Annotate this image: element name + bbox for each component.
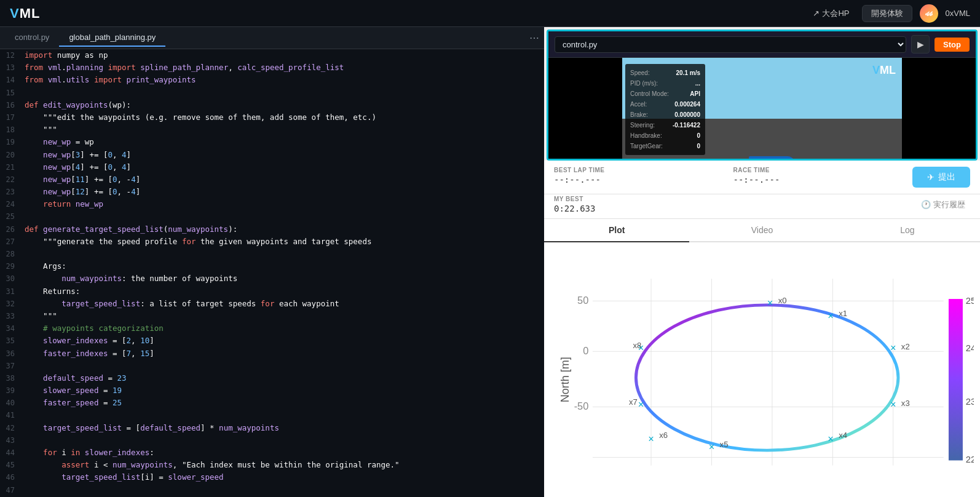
- wp-label-5: x5: [720, 440, 729, 449]
- avatar: 🏎: [920, 4, 938, 23]
- line-number: 15: [0, 87, 22, 99]
- tab-log[interactable]: Log: [835, 219, 980, 241]
- wp-label-4: x4: [839, 431, 847, 440]
- submit-button[interactable]: ✈ 提出: [912, 167, 970, 188]
- clock-icon: 🕐: [921, 200, 931, 209]
- nav-dev-btn[interactable]: 開発体験: [862, 5, 912, 22]
- line-number: 18: [0, 124, 22, 136]
- line-code: target_speed_list: a list of target spee…: [22, 298, 544, 310]
- code-line: 47: [0, 484, 544, 496]
- line-number: 20: [0, 149, 22, 161]
- race-time-value: --:--.---: [733, 175, 913, 185]
- wp-label-3: x3: [901, 399, 910, 408]
- best-lap-time-label: BEST LAP TIME: [554, 167, 733, 173]
- line-number: 38: [0, 372, 22, 384]
- line-code: assert i < num_waypoints, "Each index mu…: [22, 459, 544, 471]
- hud-steer-label: Steering:: [630, 120, 655, 130]
- code-editor-body[interactable]: 12import numpy as np13from vml.planning …: [0, 49, 544, 497]
- hud-accel-val: 0.000264: [674, 99, 700, 109]
- wp-label-1: x1: [839, 309, 847, 318]
- plot-area: North [m] 50 0 -50: [544, 242, 980, 497]
- tab-more-icon[interactable]: ⋯: [529, 32, 539, 44]
- line-code: [22, 434, 544, 447]
- y-axis-label: North [m]: [559, 357, 571, 402]
- hud-control-mode-val: API: [690, 89, 700, 99]
- line-number: 45: [0, 459, 22, 471]
- code-panel: control.py global_path_planning.py ⋯ 12i…: [0, 27, 544, 497]
- code-line: 27 """generate the speed profile for the…: [0, 236, 544, 248]
- hud-speed-val: 20.1 m/s: [676, 68, 700, 78]
- colorbar-22: 22: [966, 455, 974, 464]
- line-number: 39: [0, 384, 22, 397]
- code-line: 44 for i in slower_indexes:: [0, 447, 544, 459]
- wp-1: ×: [828, 310, 834, 321]
- hud-steer-val: -0.116422: [673, 120, 700, 130]
- code-line: 13from vml.planning import spline_path_p…: [0, 62, 544, 74]
- line-code: # waypoints categorization: [22, 322, 544, 335]
- line-code: [22, 87, 544, 99]
- code-line: 31 Returns:: [0, 285, 544, 298]
- nav-hp-label: 大会HP: [822, 8, 849, 19]
- tab-video[interactable]: Video: [689, 219, 834, 241]
- line-code: """generate the speed profile for the gi…: [22, 236, 544, 248]
- wp-label-7: x7: [629, 398, 638, 407]
- line-number: 13: [0, 62, 22, 74]
- stop-button[interactable]: Stop: [935, 38, 970, 52]
- code-line: 18 """: [0, 124, 544, 136]
- tab-control-py[interactable]: control.py: [5, 29, 59, 47]
- line-code: new_wp[4] += [0, 4]: [22, 161, 544, 173]
- colorbar-rect: [949, 299, 963, 460]
- colorbar-25: 25: [966, 296, 974, 306]
- line-code: """edit the waypoints (e.g. remove some …: [22, 111, 544, 124]
- hud-pid-val: ...: [695, 78, 700, 89]
- code-line: 35 slower_indexes = [2, 10]: [0, 335, 544, 347]
- history-button[interactable]: 🕐 実行履歴: [916, 197, 970, 213]
- code-line: 46 target_speed_list[i] = slower_speed: [0, 471, 544, 483]
- logo: VML: [10, 6, 40, 22]
- code-line: 20 new_wp[3] += [0, 4]: [0, 149, 544, 161]
- line-number: 14: [0, 74, 22, 86]
- line-code: new_wp[3] += [0, 4]: [22, 149, 544, 161]
- wp-3: ×: [890, 399, 896, 410]
- line-number: 28: [0, 248, 22, 260]
- line-number: 24: [0, 198, 22, 210]
- line-number: 12: [0, 49, 22, 62]
- wp-5: ×: [709, 441, 715, 452]
- line-code: [22, 360, 544, 372]
- tab-plot[interactable]: Plot: [544, 219, 689, 242]
- line-code: num_waypoints: the number of waypoints: [22, 272, 544, 285]
- sim-left-bar: [548, 58, 622, 161]
- line-code: Args:: [22, 260, 544, 272]
- line-code: """: [22, 310, 544, 322]
- hud-speed-label: Speed:: [630, 68, 650, 78]
- code-line: 15: [0, 87, 544, 99]
- line-number: 37: [0, 360, 22, 372]
- y-tick-50n: -50: [574, 401, 589, 412]
- line-code: return new_wp: [22, 198, 544, 210]
- code-line: 28: [0, 248, 544, 260]
- line-code: def generate_target_speed_list(num_waypo…: [22, 223, 544, 236]
- track-oval: [636, 305, 898, 450]
- wp-2: ×: [890, 343, 896, 354]
- simulator-container: control.py ▶ Stop Speed:20.1 m/s PID (m/…: [547, 30, 978, 161]
- line-number: 17: [0, 111, 22, 124]
- line-number: 27: [0, 236, 22, 248]
- line-code: new_wp = wp: [22, 136, 544, 148]
- hud-control-mode-label: Control Mode:: [630, 89, 669, 99]
- hud-targetgear-label: TargetGear:: [630, 141, 663, 151]
- car-body: [752, 156, 795, 161]
- tab-global-path-planning[interactable]: global_path_planning.py: [59, 29, 165, 47]
- sim-file-select[interactable]: control.py: [555, 36, 906, 53]
- wp-label-0: x0: [778, 296, 787, 305]
- code-line: 12import numpy as np: [0, 49, 544, 62]
- my-best-value: 0:22.633: [554, 204, 595, 213]
- hud-accel-label: Accel:: [630, 99, 647, 109]
- line-code: default_speed = 23: [22, 372, 544, 384]
- line-number: 34: [0, 322, 22, 335]
- colorbar-23: 23: [966, 397, 974, 407]
- code-line: 37: [0, 360, 544, 372]
- line-number: 47: [0, 484, 22, 496]
- nav-link-hp[interactable]: ↗ 大会HP: [808, 6, 854, 22]
- sim-nav-icon[interactable]: ▶: [911, 35, 930, 54]
- line-number: 25: [0, 210, 22, 223]
